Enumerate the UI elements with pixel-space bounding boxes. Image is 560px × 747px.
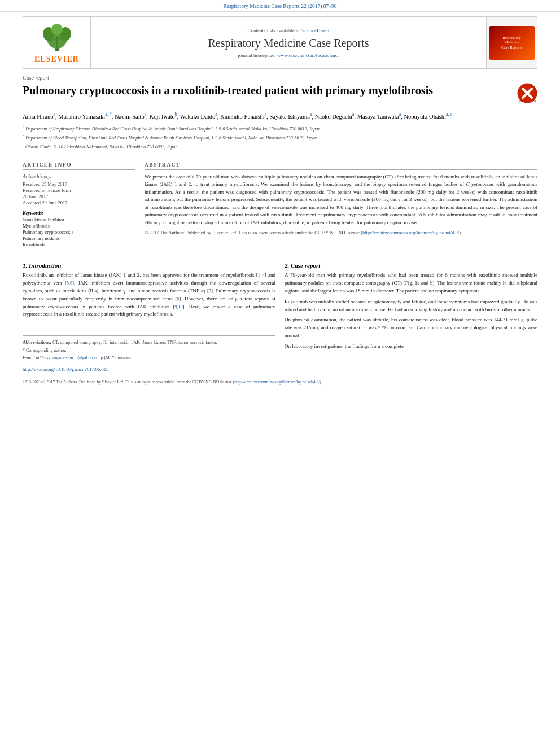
corresponding-note: * Corresponding author. <box>23 347 275 353</box>
keyword-1: Janus kinase inhibitor <box>23 217 135 222</box>
journal-header: ELSEVIER Contents lists available at Sci… <box>23 16 537 69</box>
email-line: E-mail address: myamasam.jp@yahoo.co.jp … <box>23 355 275 361</box>
article-info-col: ARTICLE INFO Article history: Received 2… <box>23 162 135 248</box>
sciencedirect-link[interactable]: ScienceDirect <box>301 28 329 33</box>
journal-title-area: Contents lists available at ScienceDirec… <box>91 17 486 68</box>
journal-title: Respiratory Medicine Case Reports <box>208 36 369 50</box>
article-type-label: Case report <box>23 75 537 81</box>
journal-citation: Respiratory Medicine Case Reports 22 (20… <box>223 3 336 9</box>
bottom-bar: 2213-0071/© 2017 The Authors. Published … <box>23 377 537 385</box>
crossmark-badge[interactable]: CrossMark <box>511 83 537 107</box>
article-history: Article history: Received 25 May 2017 Re… <box>23 173 135 206</box>
case-report-text: A 79-year-old man with primary myelofibr… <box>285 272 537 351</box>
history-label: Article history: <box>23 173 135 179</box>
elsevier-logo: ELSEVIER <box>34 21 79 64</box>
case-report-col: 2. Case report A 79-year-old man with pr… <box>285 262 537 362</box>
authors-block: Anna Hiranoa, Masahiro Yamasakia, *, Nao… <box>23 111 537 121</box>
abstract-section-label: ABSTRACT <box>145 162 537 170</box>
abstract-text: We present the case of a 79-year-old man… <box>145 173 537 227</box>
affil-b: b Department of Blood Transfusion, Hiros… <box>23 133 537 141</box>
article-info-section-label: ARTICLE INFO <box>23 162 135 170</box>
abstract-col: ABSTRACT We present the case of a 79-yea… <box>145 162 537 248</box>
doi-line[interactable]: http://dx.doi.org/10.1016/j.rmcr.2017.06… <box>23 366 537 372</box>
homepage-line: journal homepage: www.elsevier.com/locat… <box>238 53 339 58</box>
keyword-3: Pulmonary cryptococcosis <box>23 229 135 235</box>
sciencedirect-line: Contents lists available at ScienceDirec… <box>248 28 330 33</box>
article-title-row: Pulmonary cryptococcosis in a ruxolitini… <box>23 83 537 107</box>
crossmark-icon: CrossMark <box>517 83 537 103</box>
article-main: Case report Pulmonary cryptococcosis in … <box>23 75 537 385</box>
journal-thumbnail: RespiratoryMedicineCase Reports <box>489 26 535 60</box>
received-revised-label: Received in revised form <box>23 187 135 193</box>
body-columns: 1. Introduction Ruxolitinib, an inhibito… <box>23 262 537 362</box>
svg-text:CrossMark: CrossMark <box>518 99 536 102</box>
keyword-2: Myelofibrosis <box>23 223 135 229</box>
accepted-date: Accepted 29 June 2017 <box>23 200 135 206</box>
article-title-text: Pulmonary cryptococcosis in a ruxolitini… <box>23 83 511 98</box>
introduction-col: 1. Introduction Ruxolitinib, an inhibito… <box>23 262 275 362</box>
svg-point-4 <box>51 24 63 35</box>
elsevier-logo-area: ELSEVIER <box>23 17 91 68</box>
bottom-bar-text: 2213-0071/© 2017 The Authors. Published … <box>23 379 322 385</box>
received-revised-date: 26 June 2017 <box>23 194 135 199</box>
info-abstract-columns: ARTICLE INFO Article history: Received 2… <box>23 162 537 248</box>
introduction-text: Ruxolitinib, an inhibitor of Janus kinas… <box>23 272 275 319</box>
doi-url[interactable]: http://dx.doi.org/10.1016/j.rmcr.2017.06… <box>23 366 108 372</box>
elsevier-label: ELSEVIER <box>34 55 79 64</box>
cc-license-line: © 2017 The Authors. Published by Elsevie… <box>145 230 537 235</box>
keyword-4: Pulmonary nodules <box>23 235 135 241</box>
homepage-url[interactable]: www.elsevier.com/locate/rmcr <box>277 53 339 58</box>
bottom-cc-link[interactable]: http://creativecommons.org/licenses/by-n… <box>234 379 320 385</box>
abbreviations-line: Abbreviations: CT, computed tomography; … <box>23 339 275 346</box>
keywords-label: Keywords: <box>23 210 135 216</box>
email-link[interactable]: myamasam.jp@yahoo.co.jp <box>53 355 103 360</box>
elsevier-tree-icon <box>37 21 77 53</box>
journal-thumb-area: RespiratoryMedicineCase Reports <box>486 17 537 68</box>
received-date: Received 25 May 2017 <box>23 181 135 187</box>
journal-ref-bar: Respiratory Medicine Case Reports 22 (20… <box>0 0 560 12</box>
divider-2 <box>23 254 537 254</box>
affil-c: c Ohashi Clinic, 11-10 Hakushima-Nakamac… <box>23 142 537 150</box>
divider-1 <box>23 156 537 156</box>
cc-link[interactable]: http://creativecommons.org/licenses/by-n… <box>362 230 459 235</box>
case-report-heading: 2. Case report <box>285 262 537 269</box>
keyword-5: Ruxolitinib <box>23 242 135 247</box>
affil-a: a Department of Respiratory Disease, Hir… <box>23 124 537 132</box>
introduction-heading: 1. Introduction <box>23 262 275 269</box>
affiliations-block: a Department of Respiratory Disease, Hir… <box>23 124 537 150</box>
footnotes: Abbreviations: CT, computed tomography; … <box>23 335 275 361</box>
